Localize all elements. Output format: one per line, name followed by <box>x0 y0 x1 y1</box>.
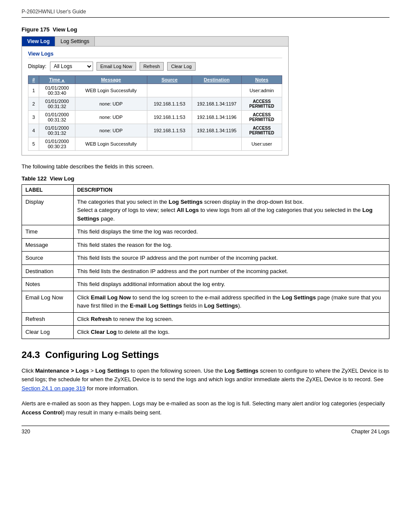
col-header-desc: DESCRIPTION <box>74 184 389 195</box>
ui-section-title: View Logs <box>28 51 282 58</box>
footer-left: 320 <box>22 429 30 435</box>
email-log-now-button[interactable]: Email Log Now <box>97 62 136 71</box>
page-header: P-2602HWNLI User's Guide <box>22 9 389 18</box>
page-footer: 320 Chapter 24 Logs <box>22 426 389 435</box>
table-row: TimeThis field displays the time the log… <box>22 225 389 239</box>
col-header-label: LABEL <box>22 184 74 195</box>
tab-log-settings[interactable]: Log Settings <box>55 37 95 46</box>
footer-right: Chapter 24 Logs <box>351 429 389 435</box>
table-row: 501/01/2000 00:30:23WEB Login Successful… <box>28 137 282 151</box>
th-time: Time <box>39 76 75 84</box>
table-row: Clear LogClick Clear Log to delete all t… <box>22 326 389 339</box>
section-243-para1: Click Maintenance > Logs > Log Settings … <box>22 367 389 393</box>
clear-log-button[interactable]: Clear Log <box>167 62 196 71</box>
section-243-para2: Alerts are e-mailed as soon as they happ… <box>22 399 389 417</box>
ui-tab-bar: View Log Log Settings <box>22 37 288 47</box>
tab-view-log[interactable]: View Log <box>22 37 55 46</box>
table-row: 101/01/2000 00:33:40WEB Login Successful… <box>28 84 282 97</box>
table-row: DestinationThis field lists the destinat… <box>22 264 389 278</box>
th-num: # <box>28 76 39 84</box>
table-row: 401/01/2000 00:31:32none: UDP192.168.1.1… <box>28 124 282 137</box>
table-row: 301/01/2000 00:31:32none: UDP192.168.1.1… <box>28 111 282 124</box>
log-table: # Time Message Source Destination Notes … <box>28 75 282 151</box>
table-row: Email Log NowClick Email Log Now to send… <box>22 291 389 312</box>
figure-175: Figure 175 View Log View Log Log Setting… <box>22 26 389 156</box>
figure-caption: Figure 175 View Log <box>22 26 389 33</box>
description-text: The following table describes the fields… <box>22 162 389 171</box>
table-122-caption: Table 122 View Log <box>22 175 389 182</box>
table-row: SourceThis field lists the source IP add… <box>22 252 389 265</box>
table-122: LABEL DESCRIPTION DisplayThe categories … <box>22 184 389 339</box>
display-label: Display: <box>28 63 47 69</box>
th-message: Message <box>75 76 147 84</box>
section-243-heading: 24.3 Configuring Log Settings <box>22 349 389 361</box>
th-source: Source <box>147 76 192 84</box>
th-notes: Notes <box>241 76 282 84</box>
ui-controls: Display: All Logs Email Log Now Refresh … <box>28 62 282 71</box>
table-row: 201/01/2000 00:31:32none: UDP192.168.1.1… <box>28 97 282 111</box>
header-title: P-2602HWNLI User's Guide <box>22 9 86 15</box>
display-select[interactable]: All Logs <box>50 62 93 71</box>
table-row: DisplayThe categories that you select in… <box>22 195 389 225</box>
table-row: RefreshClick Refresh to renew the log sc… <box>22 312 389 326</box>
refresh-button[interactable]: Refresh <box>140 62 164 71</box>
table-row: MessageThis field states the reason for … <box>22 238 389 252</box>
ui-screenshot: View Log Log Settings View Logs Display:… <box>22 36 289 156</box>
th-destination: Destination <box>192 76 242 84</box>
ui-body: View Logs Display: All Logs Email Log No… <box>22 47 288 155</box>
table-row: NotesThis field displays additional info… <box>22 278 389 291</box>
